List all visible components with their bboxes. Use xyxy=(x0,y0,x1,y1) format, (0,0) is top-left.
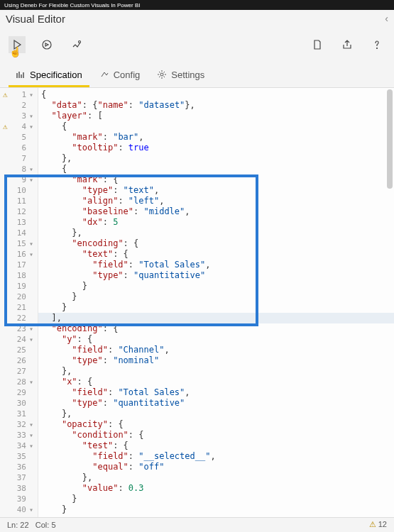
code-line[interactable]: } xyxy=(38,302,394,313)
fold-icon[interactable]: ▾ xyxy=(28,323,33,334)
gutter-line[interactable]: 18 xyxy=(0,270,38,281)
gutter-line[interactable]: 19 xyxy=(0,281,38,292)
gutter-line[interactable]: 6 xyxy=(0,143,38,153)
gutter-line[interactable]: 5 xyxy=(0,132,38,143)
gutter-line[interactable]: 33▾ xyxy=(0,430,38,440)
run-button[interactable] xyxy=(9,36,26,53)
gutter-line[interactable]: 7 xyxy=(0,153,38,164)
gutter-line[interactable]: 3▾ xyxy=(0,111,38,121)
help-button[interactable] xyxy=(368,36,385,53)
code-line[interactable]: "value": 0.3 xyxy=(38,483,394,494)
gutter-line[interactable]: 38 xyxy=(0,483,38,494)
code-line[interactable]: "dx": 5 xyxy=(38,217,394,228)
code-line[interactable]: ], xyxy=(38,313,394,323)
code-line[interactable]: } xyxy=(38,494,394,504)
code-line[interactable]: "y": { xyxy=(38,334,394,345)
vertical-scrollbar[interactable] xyxy=(387,89,393,514)
tab-settings[interactable]: Settings xyxy=(150,62,212,87)
code-line[interactable]: }, xyxy=(38,409,394,419)
fold-icon[interactable]: ▾ xyxy=(28,111,33,121)
code-line[interactable]: "type": "nominal" xyxy=(38,355,394,366)
gutter-line[interactable]: 27 xyxy=(0,366,38,377)
code-line[interactable]: }, xyxy=(38,472,394,483)
format-button[interactable] xyxy=(68,36,85,53)
code-line[interactable]: "align": "left", xyxy=(38,196,394,206)
code-line[interactable]: } xyxy=(38,292,394,302)
fold-icon[interactable]: ▾ xyxy=(28,164,33,174)
fold-icon[interactable]: ▾ xyxy=(28,249,33,260)
gutter-line[interactable]: 36 xyxy=(0,462,38,472)
gutter[interactable]: ⚠1▾23▾⚠4▾5678▾9▾101112131415▾16▾17181920… xyxy=(0,88,38,517)
fold-icon[interactable]: ▾ xyxy=(28,430,33,440)
tab-config[interactable]: Config xyxy=(92,62,148,87)
code-line[interactable]: { xyxy=(38,121,394,132)
gutter-line[interactable]: 2 xyxy=(0,100,38,111)
refresh-button[interactable] xyxy=(38,36,55,53)
gutter-line[interactable]: 11 xyxy=(0,196,38,206)
gutter-line[interactable]: 24▾ xyxy=(0,334,38,345)
gutter-line[interactable]: 22 xyxy=(0,313,38,323)
code-line[interactable]: "encoding": { xyxy=(38,238,394,249)
code-line[interactable]: { xyxy=(38,164,394,174)
fold-icon[interactable]: ▾ xyxy=(28,377,33,387)
new-doc-button[interactable] xyxy=(309,36,326,53)
gutter-line[interactable]: ⚠4▾ xyxy=(0,121,38,132)
code-lines[interactable]: { "data": {"name": "dataset"}, "layer": … xyxy=(38,88,394,517)
gutter-line[interactable]: 28▾ xyxy=(0,377,38,387)
gutter-line[interactable]: 10 xyxy=(0,185,38,196)
code-editor[interactable]: ⚠1▾23▾⚠4▾5678▾9▾101112131415▾16▾17181920… xyxy=(0,88,394,517)
share-button[interactable] xyxy=(339,36,356,53)
code-line[interactable]: }, xyxy=(38,153,394,164)
gutter-line[interactable]: 14 xyxy=(0,228,38,238)
gutter-line[interactable]: 40▾ xyxy=(0,504,38,515)
code-line[interactable]: "mark": { xyxy=(38,174,394,185)
gutter-line[interactable]: 17 xyxy=(0,260,38,270)
fold-icon[interactable]: ▾ xyxy=(28,238,33,249)
scrollbar-thumb[interactable] xyxy=(387,89,393,189)
code-line[interactable]: "layer": [ xyxy=(38,111,394,121)
code-line[interactable]: "type": "text", xyxy=(38,185,394,196)
code-line[interactable]: "field": "Total Sales", xyxy=(38,260,394,270)
gutter-line[interactable]: 15▾ xyxy=(0,238,38,249)
code-line[interactable]: } xyxy=(38,504,394,515)
code-line[interactable]: "equal": "off" xyxy=(38,462,394,472)
gutter-line[interactable]: ⚠1▾ xyxy=(0,89,38,100)
code-line[interactable]: { xyxy=(38,89,394,100)
code-line[interactable]: "field": "Channel", xyxy=(38,345,394,355)
fold-icon[interactable]: ▾ xyxy=(28,121,33,132)
gutter-line[interactable]: 20 xyxy=(0,292,38,302)
gutter-line[interactable]: 31 xyxy=(0,409,38,419)
gutter-line[interactable]: 13 xyxy=(0,217,38,228)
code-line[interactable]: "test": { xyxy=(38,440,394,451)
fold-icon[interactable]: ▾ xyxy=(28,174,33,185)
gutter-line[interactable]: 35 xyxy=(0,451,38,462)
fold-icon[interactable]: ▾ xyxy=(28,334,33,345)
gutter-line[interactable]: 8▾ xyxy=(0,164,38,174)
code-line[interactable]: "tooltip": true xyxy=(38,143,394,153)
gutter-line[interactable]: 12 xyxy=(0,206,38,217)
gutter-line[interactable]: 25 xyxy=(0,345,38,355)
fold-icon[interactable]: ▾ xyxy=(28,419,33,430)
gutter-line[interactable]: 9▾ xyxy=(0,174,38,185)
code-line[interactable]: "type": "quantitative" xyxy=(38,270,394,281)
code-line[interactable]: "mark": "bar", xyxy=(38,132,394,143)
gutter-line[interactable]: 34▾ xyxy=(0,440,38,451)
code-line[interactable]: }, xyxy=(38,228,394,238)
code-line[interactable]: "encoding": { xyxy=(38,323,394,334)
gutter-line[interactable]: 26 xyxy=(0,355,38,366)
gutter-line[interactable]: 37 xyxy=(0,472,38,483)
gutter-line[interactable]: 29 xyxy=(0,387,38,398)
gutter-line[interactable]: 16▾ xyxy=(0,249,38,260)
code-line[interactable]: "type": "quantitative" xyxy=(38,398,394,409)
code-line[interactable]: "condition": { xyxy=(38,430,394,440)
fold-icon[interactable]: ▾ xyxy=(28,89,33,100)
code-line[interactable]: "opacity": { xyxy=(38,419,394,430)
warning-icon[interactable]: ⚠ xyxy=(369,520,376,528)
code-line[interactable]: "data": {"name": "dataset"}, xyxy=(38,100,394,111)
gutter-line[interactable]: 23▾ xyxy=(0,323,38,334)
gutter-line[interactable]: 32▾ xyxy=(0,419,38,430)
fold-icon[interactable]: ▾ xyxy=(28,440,33,451)
fold-icon[interactable]: ▾ xyxy=(28,504,33,515)
code-line[interactable]: } xyxy=(38,281,394,292)
gutter-line[interactable]: 30 xyxy=(0,398,38,409)
